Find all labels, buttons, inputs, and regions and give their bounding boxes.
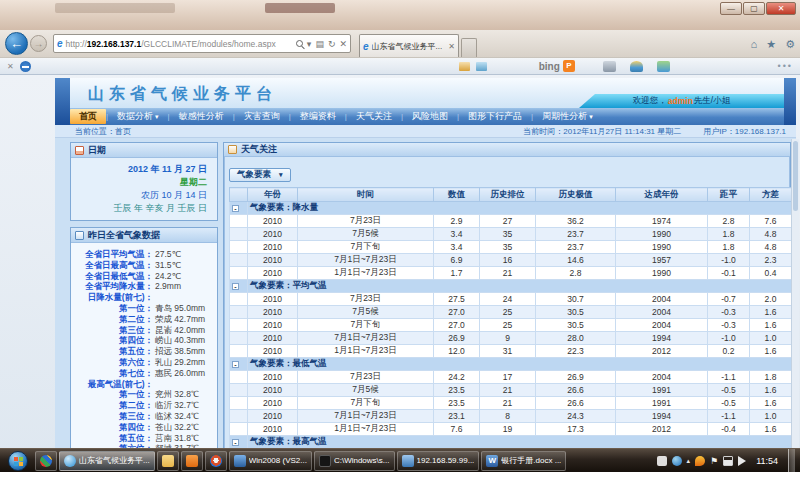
search-icon[interactable] [296, 40, 303, 47]
column-header[interactable]: 数值 [434, 188, 480, 202]
images-icon[interactable] [476, 62, 487, 71]
taskbar-button[interactable] [181, 451, 203, 471]
column-header[interactable]: 时间 [298, 188, 434, 202]
volume-icon[interactable] [738, 456, 746, 466]
group-row[interactable]: -气象要素：平均气温 [230, 280, 792, 293]
bing-badge-icon[interactable]: P [563, 60, 575, 72]
toolbar-overflow-icon[interactable]: ••• [778, 61, 793, 71]
taskbar-button[interactable]: 192.168.59.99... [397, 451, 480, 471]
table-row[interactable]: 20107月5候27.02530.52004-0.31.6 [230, 306, 792, 319]
new-tab-button[interactable] [461, 38, 477, 57]
taskbar-clock[interactable]: 11:54 [756, 456, 778, 466]
taskbar-button[interactable] [205, 451, 227, 471]
collapse-icon[interactable]: - [232, 205, 239, 212]
column-header[interactable]: 历史排位 [480, 188, 536, 202]
collapse-icon[interactable]: - [232, 361, 239, 368]
table-row[interactable]: 20107月1日~7月23日6.91614.61957-1.02.3 [230, 254, 792, 267]
element-filter-button[interactable]: 气象要素 ▾ [229, 168, 291, 182]
column-header[interactable]: 距平 [708, 188, 750, 202]
group-row[interactable]: -气象要素：最高气温 [230, 436, 792, 449]
action-center-flag-icon[interactable]: ⚑ [710, 456, 718, 466]
security-app-icon[interactable] [695, 456, 705, 466]
taskbar-button[interactable]: 山东省气候业务平... [59, 451, 155, 471]
table-row[interactable]: 20101月1日~7月23日7.61917.32012-0.41.6 [230, 423, 792, 436]
forward-button[interactable]: → [30, 35, 47, 52]
blocked-content-icon[interactable] [20, 61, 31, 72]
stop-icon[interactable]: ✕ [339, 39, 347, 49]
start-button[interactable] [8, 451, 28, 471]
tab-favicon: e [363, 41, 369, 52]
group-row[interactable]: -气象要素：最低气温 [230, 358, 792, 371]
compatibility-view-icon[interactable]: ▤ [315, 39, 324, 49]
table-row[interactable]: 20107月23日24.21726.92004-1.11.8 [230, 371, 792, 384]
table-cell: 1.6 [750, 306, 792, 319]
table-row[interactable]: 20107月下旬3.43523.719901.84.8 [230, 241, 792, 254]
taskbar-button[interactable]: W银行手册.docx ... [481, 451, 566, 471]
taskbar-button[interactable] [157, 451, 179, 471]
stat-value: 崂山 40.3mm [153, 335, 205, 346]
table-row[interactable]: 20107月下旬27.02530.52004-0.31.6 [230, 319, 792, 332]
table-row[interactable]: 20107月23日2.92736.219742.87.6 [230, 215, 792, 228]
nav-item-graphic-products[interactable]: 图形下行产品 [459, 109, 531, 124]
maximize-button[interactable]: ▢ [743, 2, 765, 15]
nav-item-periodic-analysis[interactable]: 周期性分析▾ [533, 109, 602, 124]
table-row[interactable]: 20107月23日27.52430.72004-0.72.0 [230, 293, 792, 306]
scrollbar-thumb[interactable] [793, 141, 798, 211]
collapse-icon[interactable]: - [232, 439, 239, 446]
table-row[interactable]: 20101月1日~7月23日1.7212.81990-0.10.4 [230, 267, 792, 280]
nav-item-compiled-data[interactable]: 整编资料 [291, 109, 345, 124]
column-header[interactable]: 达成年份 [616, 188, 708, 202]
column-header[interactable]: 年份 [248, 188, 298, 202]
nav-item-sensitivity-analysis[interactable]: 敏感性分析 [170, 109, 233, 124]
collapse-icon[interactable]: - [232, 283, 239, 290]
table-row[interactable]: 20101月1日~7月23日12.03122.320120.21.6 [230, 345, 792, 358]
minimize-button[interactable]: — [720, 2, 742, 15]
group-row[interactable]: -气象要素：降水量 [230, 202, 792, 215]
toolbar-close-icon[interactable]: ✕ [7, 62, 14, 71]
stat-value: 31.5℃ [153, 260, 181, 271]
people-icon[interactable] [657, 61, 670, 72]
table-row[interactable]: 20107月1日~7月23日26.9928.01994-1.01.0 [230, 332, 792, 345]
table-cell: -0.7 [708, 293, 750, 306]
table-row[interactable]: 20107月下旬23.52126.61991-0.51.6 [230, 397, 792, 410]
paint-icon[interactable] [630, 61, 643, 72]
table-cell: 1.6 [750, 319, 792, 332]
ime-indicator-icon[interactable] [657, 456, 667, 466]
vertical-scrollbar[interactable] [791, 139, 799, 472]
favorites-star-icon[interactable]: ★ [766, 34, 776, 54]
taskbar-button[interactable]: Win2008 (VS2... [229, 451, 312, 471]
taskbar-button[interactable]: C:\Windows\s... [314, 451, 395, 471]
table-row[interactable]: 20107月5候3.43523.719901.84.8 [230, 228, 792, 241]
column-header[interactable]: 历史极值 [536, 188, 616, 202]
nav-item-home[interactable]: 首页 [70, 109, 106, 124]
search-dropdown-icon[interactable]: ▾ [307, 39, 312, 49]
camera-icon[interactable] [603, 61, 616, 72]
refresh-icon[interactable]: ↻ [328, 39, 336, 49]
nav-item-risk-map[interactable]: 风险地图 [403, 109, 457, 124]
address-bar[interactable]: e http://192.168.137.1/GLCCLIMATE/module… [53, 34, 351, 53]
taskbar-button[interactable] [35, 451, 57, 471]
network-icon[interactable] [723, 456, 733, 466]
folder-icon [162, 455, 174, 467]
stat-label: 全省日最低气温： [71, 271, 153, 282]
table-cell: 3.4 [434, 228, 480, 241]
table-row[interactable]: 20107月5候23.52126.61991-0.51.6 [230, 384, 792, 397]
nav-item-disaster-query[interactable]: 灾害查询 [235, 109, 289, 124]
tab-close-icon[interactable]: ✕ [445, 42, 455, 51]
table-cell: 12.0 [434, 345, 480, 358]
network-globe-icon[interactable] [672, 456, 682, 466]
settings-gear-icon[interactable]: ⚙ [785, 34, 795, 54]
browser-tab[interactable]: e 山东省气候业务平... ✕ [359, 34, 459, 57]
show-desktop-button[interactable] [788, 449, 795, 473]
nav-item-data-analysis[interactable]: 数据分析▾ [108, 109, 168, 124]
column-header[interactable]: 方差 [750, 188, 792, 202]
nav-item-weather-watch[interactable]: 天气关注 [347, 109, 401, 124]
bing-logo[interactable]: bing [539, 61, 560, 72]
close-button[interactable]: ✕ [766, 2, 796, 15]
mail-icon[interactable] [459, 62, 470, 71]
column-header[interactable] [230, 188, 248, 202]
home-icon[interactable]: ⌂ [751, 34, 758, 54]
table-row[interactable]: 20107月1日~7月23日23.1824.31994-1.11.0 [230, 410, 792, 423]
hidden-icons-caret[interactable]: ▴ [687, 457, 691, 465]
back-button[interactable]: ← [5, 32, 28, 55]
